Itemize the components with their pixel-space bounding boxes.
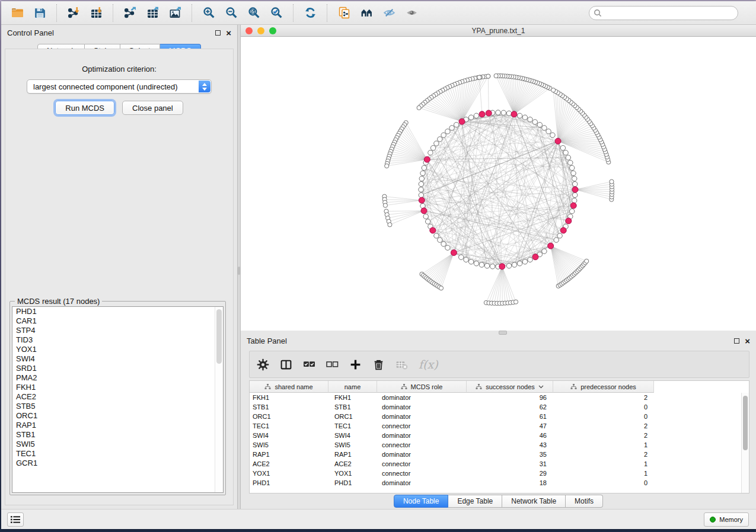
table-row[interactable]: ORC1ORC1dominator610 — [250, 412, 749, 421]
horizontal-splitter-grip[interactable] — [499, 331, 507, 335]
mcds-node-item[interactable]: SWI5 — [12, 440, 223, 449]
mcds-hub-node[interactable] — [570, 203, 576, 209]
zoom-out-button[interactable] — [220, 3, 243, 23]
mcds-hub-node[interactable] — [566, 218, 572, 224]
column-header-MCDS-role[interactable]: MCDS role — [377, 381, 467, 393]
show-all-button[interactable] — [400, 3, 423, 23]
mcds-hub-node[interactable] — [419, 197, 425, 203]
mcds-node-item[interactable]: STB1 — [12, 430, 223, 440]
table-row[interactable]: RAP1RAP1dominator352 — [250, 450, 749, 459]
run-mcds-button[interactable]: Run MCDS — [55, 101, 114, 115]
network-window-titlebar[interactable]: YPA_prune.txt_1 — [241, 25, 756, 37]
toolbar-separator — [56, 4, 57, 22]
mcds-hub-node[interactable] — [499, 264, 505, 270]
mcds-hub-node[interactable] — [511, 111, 517, 117]
mcds-node-item[interactable]: TEC1 — [12, 449, 223, 459]
mcds-node-item[interactable]: CAR1 — [12, 316, 223, 326]
zoom-in-button[interactable] — [197, 3, 220, 23]
mcds-node-item[interactable]: GCR1 — [12, 459, 223, 468]
tab-node-table[interactable]: Node Table — [394, 495, 449, 508]
mcds-node-item[interactable]: STB5 — [12, 402, 223, 411]
mcds-hub-node[interactable] — [451, 250, 457, 256]
table-row[interactable]: SWI5SWI5connector431 — [250, 440, 749, 450]
mcds-node-item[interactable]: RAP1 — [12, 421, 223, 430]
table-row[interactable]: ACE2ACE2connector311 — [250, 459, 749, 469]
deselect-all-button[interactable] — [326, 358, 339, 371]
select-all-button[interactable] — [303, 358, 315, 371]
delete-column-button[interactable] — [372, 358, 385, 371]
zoom-selected-button[interactable] — [265, 3, 288, 23]
mcds-node-item[interactable]: STP4 — [12, 326, 223, 335]
table-row[interactable]: STB1STB1dominator620 — [250, 402, 749, 412]
table-row[interactable]: PHD1PHD1dominator180 — [250, 478, 749, 488]
tab-network-table[interactable]: Network Table — [502, 495, 566, 508]
first-neighbors-button[interactable] — [355, 3, 378, 23]
network-canvas[interactable] — [241, 37, 756, 331]
column-header-successor-nodes[interactable]: successor nodes — [467, 381, 553, 393]
close-panel-icon[interactable]: × — [226, 30, 231, 36]
mcds-node-item[interactable]: SRD1 — [12, 364, 223, 373]
mcds-node-item[interactable]: PHD1 — [12, 307, 223, 316]
table-row[interactable]: TEC1TEC1connector472 — [250, 421, 749, 431]
maximize-window-icon[interactable] — [269, 27, 276, 34]
export-image-button[interactable] — [164, 3, 186, 23]
save-button[interactable] — [28, 3, 51, 23]
table-row[interactable]: SWI4SWI4dominator462 — [250, 431, 749, 440]
first-neighbors-icon — [361, 7, 373, 19]
new-network-from-selection-button[interactable] — [333, 3, 355, 23]
minimize-window-icon[interactable] — [257, 27, 264, 34]
open-folder-button[interactable] — [6, 3, 28, 23]
mcds-hub-node[interactable] — [479, 111, 485, 117]
mcds-hub-node[interactable] — [459, 118, 465, 124]
mcds-node-item[interactable]: PMA2 — [12, 373, 223, 383]
float-panel-icon[interactable] — [215, 30, 221, 36]
mcds-hub-node[interactable] — [430, 227, 436, 233]
mcds-hub-node[interactable] — [548, 243, 554, 249]
column-header-predecessor-nodes[interactable]: predecessor nodes — [553, 381, 654, 393]
column-chooser-button[interactable] — [280, 358, 292, 371]
mcds-node-item[interactable]: YOX1 — [12, 345, 223, 354]
column-header-shared-name[interactable]: shared name — [250, 381, 328, 393]
hide-selected-button[interactable] — [378, 3, 400, 23]
optimization-criterion-select[interactable]: largest connected component (undirected) — [27, 79, 212, 94]
settings-gear-button[interactable] — [257, 358, 269, 371]
mcds-node-item[interactable]: TID3 — [12, 335, 223, 345]
mcds-hub-node[interactable] — [555, 138, 561, 144]
column-header-name[interactable]: name — [328, 381, 377, 393]
table-scrollbar[interactable] — [741, 393, 749, 493]
mcds-hub-node[interactable] — [424, 156, 430, 162]
tab-edge-table[interactable]: Edge Table — [448, 495, 502, 508]
graph-node — [501, 110, 506, 115]
task-history-button[interactable] — [7, 512, 24, 527]
mcds-node-item[interactable]: FKH1 — [12, 383, 223, 392]
memory-button[interactable]: Memory — [704, 512, 749, 527]
mcds-hub-node[interactable] — [532, 254, 538, 260]
float-table-panel-icon[interactable] — [734, 338, 739, 344]
add-column-button[interactable] — [349, 358, 362, 371]
close-panel-button[interactable]: Close panel — [122, 101, 183, 115]
table-scrollbar-thumb[interactable] — [743, 396, 748, 450]
mcds-node-item[interactable]: ORC1 — [12, 411, 223, 421]
table-row[interactable]: YOX1YOX1connector291 — [250, 469, 749, 478]
mcds-hub-node[interactable] — [486, 110, 492, 116]
table-row[interactable]: FKH1FKH1dominator962 — [250, 393, 749, 402]
export-table-button[interactable] — [141, 3, 164, 23]
import-network-button[interactable] — [62, 3, 85, 23]
settings-gear-icon — [257, 358, 269, 371]
close-window-icon[interactable] — [245, 27, 253, 34]
mcds-hub-node[interactable] — [572, 187, 578, 193]
mcds-list-scrollbar[interactable] — [215, 307, 223, 492]
export-network-button[interactable] — [119, 3, 141, 23]
splitter-grip[interactable] — [238, 267, 240, 275]
mcds-hub-node[interactable] — [560, 227, 566, 233]
zoom-fit-button[interactable] — [243, 3, 265, 23]
import-table-button[interactable] — [85, 3, 107, 23]
close-table-panel-icon[interactable]: × — [745, 338, 750, 344]
mcds-node-item[interactable]: SWI4 — [12, 354, 223, 364]
search-input[interactable] — [589, 6, 738, 20]
mcds-node-item[interactable]: ACE2 — [12, 392, 223, 402]
network-graph[interactable] — [241, 37, 756, 331]
tab-motifs[interactable]: Motifs — [566, 495, 603, 508]
refresh-button[interactable] — [299, 3, 321, 23]
mcds-hub-node[interactable] — [421, 208, 427, 214]
